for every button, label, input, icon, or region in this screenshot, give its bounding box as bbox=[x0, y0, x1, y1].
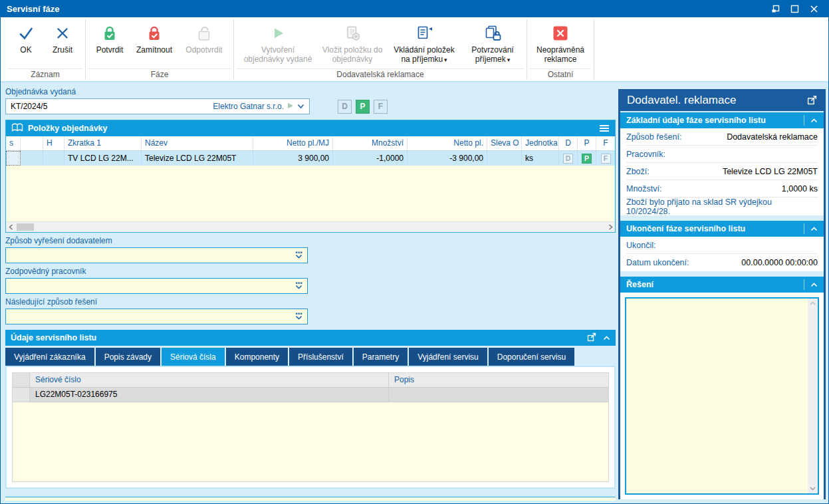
info-row-ukoncil: Ukončil: bbox=[626, 237, 818, 254]
ribbon-group-ostatni: Neoprávněná reklamce Ostatní bbox=[528, 17, 593, 81]
tab-parametry[interactable]: Parametry bbox=[354, 348, 408, 366]
table-row[interactable]: TV LCD LG 22M... Televize LCD LG 22M05T … bbox=[6, 151, 615, 166]
phase-ending-section: Ukončení fáze servisního listu Ukončil: … bbox=[620, 221, 824, 271]
scroll-down-icon[interactable] bbox=[808, 484, 818, 493]
tab-popis-zavady[interactable]: Popis závady bbox=[96, 348, 160, 366]
col-header-d[interactable]: D bbox=[559, 136, 578, 150]
table-row[interactable]: LG22M05T-023166975 bbox=[13, 388, 608, 402]
col-header-netto-mj[interactable]: Netto pl./MJ bbox=[253, 136, 333, 150]
col-header-zkratka[interactable]: Zkratka 1 bbox=[64, 136, 142, 150]
scrollbar-thumb[interactable] bbox=[17, 223, 34, 231]
group-label-dodavatelska: Dodavatelská reklamace bbox=[237, 68, 524, 81]
row-h-cell bbox=[43, 151, 64, 166]
responsible-worker-combo[interactable] bbox=[5, 278, 308, 294]
flag-f[interactable]: F bbox=[374, 100, 388, 114]
insert-items-receipt-button[interactable]: Vkládání položek na příjemku▾ bbox=[386, 19, 462, 68]
reject-button[interactable]: Zamítnout bbox=[130, 19, 178, 68]
servisni-faze-window: Servisní fáze OK Zrušit Záznam bbox=[0, 0, 829, 504]
col-header-serial[interactable]: Sériové číslo bbox=[30, 373, 389, 387]
unauthorized-complaint-button[interactable]: Neoprávněná reklamce bbox=[531, 19, 590, 68]
insert-item-order-button: Vložit položku do objednávky bbox=[318, 19, 386, 68]
flag-p[interactable]: P bbox=[356, 100, 370, 114]
close-icon[interactable] bbox=[810, 5, 818, 13]
collapse-chevron-icon[interactable] bbox=[810, 280, 818, 289]
cancel-button[interactable]: Zrušit bbox=[43, 19, 82, 68]
info-row-datum-ukonceni: Datum ukončení: 00.00.0000 00:00:00 bbox=[626, 254, 818, 271]
service-sheet-panel: Údaje servisního listu Vyjádření zákazní… bbox=[5, 330, 616, 501]
order-dropdown-chevron-icon[interactable] bbox=[297, 102, 304, 111]
serial-gutter bbox=[13, 373, 30, 387]
play-icon bbox=[269, 21, 287, 45]
popout-icon[interactable] bbox=[587, 332, 596, 344]
popout-icon[interactable] bbox=[807, 95, 817, 105]
scroll-left-icon[interactable] bbox=[6, 222, 15, 232]
col-header-sleva[interactable]: Sleva O bbox=[487, 136, 522, 150]
open-record-play-icon[interactable] bbox=[287, 102, 294, 111]
dropdown-arrow-icon: ▾ bbox=[444, 57, 447, 63]
order-items-title: Položky objednávky bbox=[28, 124, 107, 133]
items-table-header: s H Zkratka 1 Název Netto pl./MJ Množstv… bbox=[6, 136, 615, 151]
order-items-header: Položky objednávky bbox=[6, 120, 615, 136]
scroll-right-icon[interactable] bbox=[606, 222, 615, 232]
info-row-mnozstvi: Množství: 1,0000 ks bbox=[626, 180, 818, 197]
order-input[interactable]: KT/2024/5 Elektro Gatnar s.r.o. bbox=[5, 98, 310, 114]
combo-dropdown-icon bbox=[295, 282, 303, 291]
collapse-chevron-icon[interactable] bbox=[810, 224, 818, 233]
row-zkratka: TV LCD LG 22M... bbox=[64, 151, 142, 166]
tab-prislusenstvi[interactable]: Příslušenství bbox=[289, 348, 352, 366]
supplier-resolution-combo[interactable] bbox=[5, 247, 308, 263]
serial-table-header: Sériové číslo Popis bbox=[13, 373, 608, 388]
items-empty-area bbox=[6, 166, 615, 221]
col-header-blank[interactable] bbox=[21, 136, 43, 150]
hamburger-menu-icon[interactable] bbox=[599, 124, 610, 132]
col-header-h[interactable]: H bbox=[43, 136, 64, 150]
phase-flags: D P F bbox=[338, 100, 388, 114]
collapse-chevron-icon[interactable] bbox=[603, 333, 610, 342]
col-header-jednotka[interactable]: Jednotka bbox=[522, 136, 559, 150]
resolution-textarea[interactable] bbox=[625, 297, 819, 495]
confirm-label: Potvrdit bbox=[96, 45, 124, 55]
ribbon-group-zaznam: OK Zrušit Záznam bbox=[6, 17, 84, 81]
sidebar-header: Dodavatel. reklamace bbox=[620, 89, 824, 111]
ribbon-toolbar: OK Zrušit Záznam Potvrdit Zamítnout bbox=[1, 17, 828, 82]
ribbon-group-faze: Potvrdit Zamítnout Odpotvrdit Fáze bbox=[86, 17, 233, 81]
insert-item-order-label: Vložit položku do objednávky bbox=[321, 45, 384, 64]
maximize-icon[interactable] bbox=[790, 5, 799, 13]
order-number: KT/2024/5 bbox=[11, 102, 47, 111]
documents-lock-icon bbox=[483, 21, 502, 45]
serial-gutter bbox=[13, 388, 30, 402]
col-header-netto[interactable]: Netto pl. bbox=[408, 136, 487, 150]
row-flag-f: F bbox=[601, 154, 611, 164]
collapse-chevron-icon[interactable] bbox=[810, 116, 818, 125]
confirm-button[interactable]: Potvrdit bbox=[89, 19, 130, 68]
scroll-up-icon[interactable] bbox=[808, 299, 818, 308]
sidebar-title: Dodavatel. reklamace bbox=[627, 94, 736, 107]
items-horizontal-scrollbar[interactable] bbox=[6, 221, 615, 232]
col-header-p[interactable]: P bbox=[578, 136, 596, 150]
col-header-s[interactable]: s bbox=[6, 136, 21, 150]
row-select-cell[interactable] bbox=[6, 151, 21, 166]
unconfirm-button: Odpotvrdit bbox=[178, 19, 230, 68]
lock-check-red-icon bbox=[146, 21, 163, 45]
row-netto: -3 900,00 bbox=[408, 151, 487, 166]
col-header-mnozstvi[interactable]: Množství bbox=[333, 136, 408, 150]
col-header-nazev[interactable]: Název bbox=[142, 136, 253, 150]
lock-check-green-icon bbox=[101, 21, 118, 45]
dock-window-icon[interactable] bbox=[771, 5, 780, 13]
col-header-f[interactable]: F bbox=[596, 136, 615, 150]
confirm-receipts-button[interactable]: Potvrzování příjemek▾ bbox=[462, 19, 523, 68]
col-header-popis[interactable]: Popis bbox=[389, 373, 608, 387]
flag-d[interactable]: D bbox=[338, 100, 352, 114]
tab-vyjadreni-zakaznika[interactable]: Vyjádření zákazníka bbox=[5, 348, 94, 366]
ok-button[interactable]: OK bbox=[9, 19, 43, 68]
order-supplier[interactable]: Elektro Gatnar s.r.o. bbox=[213, 102, 304, 111]
supplier-resolution-label: Způsob vyřešení dodavatelem bbox=[5, 236, 616, 247]
phase-ending-title: Ukončení fáze servisního listu bbox=[626, 224, 745, 233]
main-form: Objednávka vydaná KT/2024/5 Elektro Gatn… bbox=[5, 87, 616, 501]
resolution-vertical-scrollbar[interactable] bbox=[808, 299, 818, 493]
tab-komponenty[interactable]: Komponenty bbox=[226, 348, 288, 366]
tab-seriova-cisla[interactable]: Sériová čísla bbox=[162, 348, 225, 366]
next-resolution-combo[interactable] bbox=[5, 309, 308, 324]
tab-vyjadreni-servisu[interactable]: Vyjádření servisu bbox=[409, 348, 487, 366]
tab-doporuceni-servisu[interactable]: Doporučení servisu bbox=[489, 348, 574, 366]
